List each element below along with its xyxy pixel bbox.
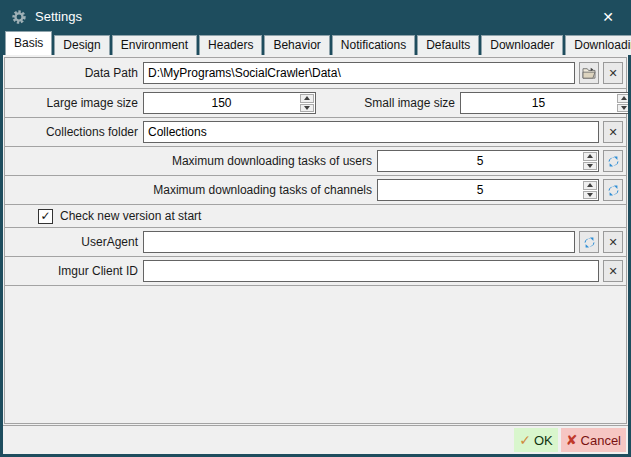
tab-downloading[interactable]: Downloading	[565, 35, 631, 55]
reset-useragent-button[interactable]	[579, 231, 599, 253]
tab-headers[interactable]: Headers	[199, 35, 262, 55]
collections-folder-row: Collections folder ✕	[4, 117, 627, 147]
refresh-icon	[583, 236, 596, 249]
large-image-size-spinner	[143, 92, 316, 114]
useragent-label: UserAgent	[8, 235, 138, 249]
check-version-label: Check new version at start	[60, 209, 201, 223]
clear-data-path-button[interactable]: ✕	[603, 62, 623, 84]
useragent-input[interactable]	[143, 231, 575, 253]
tab-basis[interactable]: Basis	[5, 31, 52, 55]
close-icon[interactable]: ✕	[598, 9, 618, 25]
imgur-client-id-label: Imgur Client ID	[8, 264, 138, 278]
spin-down-button[interactable]	[583, 191, 597, 200]
cancel-button[interactable]: ✘ Cancel	[561, 428, 626, 452]
tab-strip: Basis Design Environment Headers Behavio…	[3, 30, 628, 55]
ok-check-icon: ✓	[519, 432, 531, 448]
spin-up-button[interactable]	[583, 181, 597, 190]
clear-collections-button[interactable]: ✕	[603, 121, 623, 143]
image-sizes-row: Large image size Small image size	[4, 88, 627, 118]
cancel-button-label: Cancel	[581, 433, 621, 448]
basis-tab-page: Data Path ✕ Large image size Sm	[3, 55, 628, 425]
spinner-arrows	[616, 93, 628, 113]
empty-panel	[4, 285, 627, 424]
data-path-row: Data Path ✕	[4, 57, 627, 89]
reset-tasks-users-button[interactable]	[603, 150, 623, 172]
clear-icon: ✕	[608, 265, 617, 278]
spinner-arrows	[582, 151, 598, 171]
titlebar: Settings ✕	[3, 3, 628, 30]
collections-folder-label: Collections folder	[8, 125, 138, 139]
large-image-size-label: Large image size	[8, 96, 138, 110]
folder-icon	[582, 67, 596, 79]
small-image-size-label: Small image size	[342, 96, 455, 110]
spin-down-button[interactable]	[300, 104, 314, 113]
max-tasks-users-label: Maximum downloading tasks of users	[8, 154, 372, 168]
ok-button-label: OK	[534, 433, 553, 448]
clear-icon: ✕	[608, 126, 617, 139]
tab-notifications[interactable]: Notifications	[332, 35, 415, 55]
settings-window: Settings ✕ Basis Design Environment Head…	[0, 0, 631, 457]
spinner-arrows	[299, 93, 315, 113]
collections-folder-input[interactable]	[143, 121, 599, 143]
spin-up-button[interactable]	[583, 152, 597, 161]
data-path-label: Data Path	[8, 66, 138, 80]
spin-down-button[interactable]	[617, 104, 628, 113]
max-tasks-channels-spinner	[377, 179, 599, 201]
window-title: Settings	[35, 9, 82, 24]
ok-button[interactable]: ✓ OK	[514, 428, 558, 452]
large-image-size-input[interactable]	[144, 93, 299, 113]
clear-useragent-button[interactable]: ✕	[603, 231, 623, 253]
max-tasks-users-row: Maximum downloading tasks of users	[4, 146, 627, 176]
clear-icon: ✕	[608, 236, 617, 249]
spin-up-button[interactable]	[300, 94, 314, 103]
spin-up-button[interactable]	[617, 94, 628, 103]
tab-downloader[interactable]: Downloader	[481, 35, 563, 55]
spin-down-button[interactable]	[583, 162, 597, 171]
check-version-row: ✓ Check new version at start	[4, 204, 627, 228]
max-tasks-channels-label: Maximum downloading tasks of channels	[8, 183, 372, 197]
max-tasks-users-input[interactable]	[378, 151, 582, 171]
footer-bar: ✓ OK ✘ Cancel	[3, 425, 628, 454]
check-version-checkbox[interactable]: ✓	[38, 209, 53, 224]
small-image-size-input[interactable]	[461, 93, 616, 113]
refresh-icon	[607, 184, 620, 197]
tab-environment[interactable]: Environment	[112, 35, 197, 55]
tab-design[interactable]: Design	[54, 35, 109, 55]
data-path-input[interactable]	[143, 62, 575, 84]
refresh-icon	[607, 155, 620, 168]
small-image-size-spinner	[460, 92, 628, 114]
max-tasks-channels-row: Maximum downloading tasks of channels	[4, 175, 627, 205]
clear-imgur-button[interactable]: ✕	[603, 260, 623, 282]
checkmark-icon: ✓	[40, 210, 50, 222]
imgur-client-id-input[interactable]	[143, 260, 599, 282]
cancel-x-icon: ✘	[566, 432, 578, 448]
tab-behavior[interactable]: Behavior	[264, 35, 329, 55]
tab-defaults[interactable]: Defaults	[417, 35, 479, 55]
spinner-arrows	[582, 180, 598, 200]
max-tasks-users-spinner	[377, 150, 599, 172]
useragent-row: UserAgent ✕	[4, 227, 627, 257]
reset-tasks-channels-button[interactable]	[603, 179, 623, 201]
gear-icon	[11, 9, 27, 25]
browse-folder-button[interactable]	[579, 62, 599, 84]
max-tasks-channels-input[interactable]	[378, 180, 582, 200]
clear-icon: ✕	[608, 67, 617, 80]
imgur-client-id-row: Imgur Client ID ✕	[4, 256, 627, 286]
